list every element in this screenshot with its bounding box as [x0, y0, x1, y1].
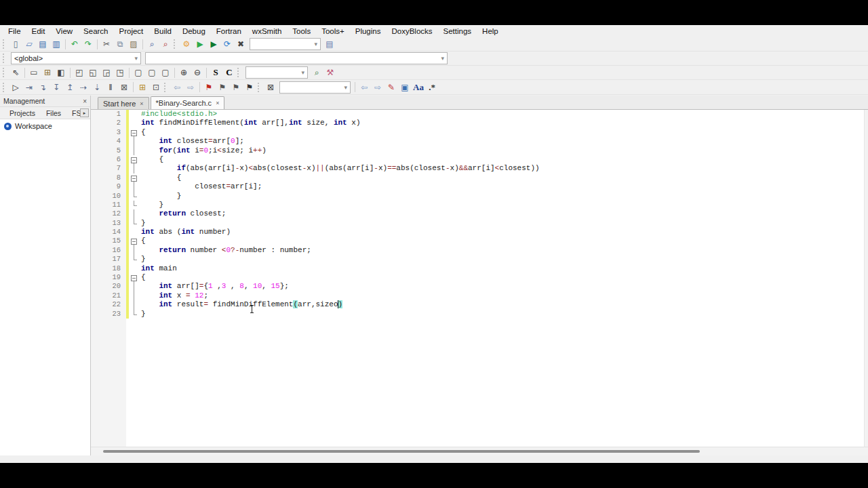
step-out-icon[interactable]: ↥ [64, 81, 76, 93]
code-text[interactable]: } [138, 219, 146, 228]
code-text[interactable]: { [138, 128, 146, 137]
editor-tab--binary-search-c[interactable]: *Binary-Search.c× [151, 96, 225, 109]
previous-bookmark-icon[interactable]: ⚑ [216, 81, 229, 93]
workspace-item[interactable]: Workspace [0, 121, 90, 131]
management-tab-projects[interactable]: Projects [4, 108, 41, 119]
menu-item-tools[interactable]: Tools [287, 26, 316, 37]
rounded-box-2-tool-icon[interactable]: ▢ [146, 67, 158, 79]
toggle-bookmark-icon[interactable]: ⚑ [203, 81, 215, 93]
code-text[interactable]: } [138, 201, 163, 209]
jump-forward-icon[interactable]: ⇨ [184, 81, 197, 93]
find-icon[interactable]: ⌕ [146, 39, 158, 50]
build-target-combo[interactable]: ▾ [250, 38, 321, 50]
regex-toggle-icon[interactable]: .* [426, 81, 438, 93]
debug-continue-icon[interactable]: ▷ [9, 81, 22, 93]
undo-icon[interactable]: ↶ [68, 39, 81, 50]
align-left-tool-icon[interactable]: ◲ [100, 67, 113, 79]
symbol-combo[interactable]: ▾ [145, 52, 448, 64]
open-file-icon[interactable]: ▱ [23, 39, 35, 50]
code-text[interactable]: int arr[]={1 ,3 , 8, 10, 15}; [138, 282, 289, 291]
run-icon[interactable]: ▶ [194, 39, 206, 50]
code-text[interactable]: } [138, 192, 181, 201]
menu-item-file[interactable]: File [3, 26, 26, 37]
fold-toggle-icon[interactable] [129, 128, 138, 137]
swap-source-button-icon[interactable]: S [210, 67, 222, 79]
align-top-tool-icon[interactable]: ◰ [73, 67, 85, 79]
code-text[interactable]: return closest; [138, 209, 226, 218]
clear-bookmarks-icon[interactable]: ⚑ [243, 81, 256, 93]
fold-toggle-icon[interactable] [129, 273, 138, 282]
zoom-out-icon[interactable]: ⊖ [191, 67, 203, 79]
highlight-matches-icon[interactable]: ✎ [385, 81, 397, 93]
next-instruction-icon[interactable]: ⇢ [77, 81, 90, 93]
code-text[interactable]: int x = 12; [138, 291, 208, 300]
replace-icon[interactable]: ⌕ [159, 39, 172, 50]
menu-item-wxsmith[interactable]: wxSmith [247, 26, 287, 37]
align-right-tool-icon[interactable]: ◳ [114, 67, 126, 79]
code-text[interactable]: { [138, 155, 163, 164]
step-into-instruction-icon[interactable]: ⇣ [91, 81, 103, 93]
stop-debugger-icon[interactable]: ⊠ [118, 81, 130, 93]
search-combo[interactable]: ▾ [245, 66, 308, 79]
code-text[interactable]: { [138, 237, 146, 245]
jump-back-icon[interactable]: ⇦ [171, 81, 183, 93]
build-and-run-icon[interactable]: ▶ [208, 39, 220, 50]
grid-sizer-tool-icon[interactable]: ⊞ [41, 67, 54, 79]
build-icon[interactable]: ⚙ [180, 39, 193, 50]
new-file-icon[interactable]: ▯ [9, 39, 22, 50]
settings-wrench-icon[interactable]: ⚒ [324, 67, 336, 79]
code-editor[interactable]: 1#include<stdio.h>2int findMinDiffElemen… [91, 110, 868, 455]
menu-item-build[interactable]: Build [149, 26, 177, 37]
incremental-clear-icon[interactable]: ⊠ [264, 81, 277, 93]
abort-build-icon[interactable]: ✖ [235, 39, 247, 50]
code-text[interactable]: } [138, 255, 146, 264]
rebuild-icon[interactable]: ⟳ [221, 39, 233, 50]
select-matches-icon[interactable]: ▣ [399, 81, 411, 93]
fold-toggle-icon[interactable] [129, 237, 138, 245]
code-text[interactable]: int main [138, 264, 177, 273]
various-info-icon[interactable]: ⊡ [150, 81, 162, 93]
close-icon[interactable]: × [83, 98, 87, 105]
panel-tool-icon[interactable]: ◧ [55, 67, 67, 79]
match-case-icon[interactable]: Aa [412, 81, 425, 93]
next-result-icon[interactable]: ⇨ [372, 81, 384, 93]
menu-item-search[interactable]: Search [78, 26, 113, 37]
break-debugger-icon[interactable]: ‖ [104, 81, 117, 93]
menu-item-plugins[interactable]: Plugins [350, 26, 387, 37]
code-text[interactable]: return number <0?-number : number; [138, 246, 311, 255]
horizontal-scrollbar[interactable] [91, 447, 868, 455]
menu-item-toolsplus[interactable]: Tools+ [316, 26, 350, 37]
tab-scroll-button[interactable]: ▸ [80, 108, 89, 117]
vertical-scrollbar[interactable] [864, 110, 868, 447]
rounded-box-3-tool-icon[interactable]: ▢ [159, 67, 172, 79]
previous-result-icon[interactable]: ⇦ [358, 81, 370, 93]
menu-item-edit[interactable]: Edit [26, 26, 51, 37]
incremental-search-combo[interactable]: ▾ [279, 81, 351, 94]
menu-item-debug[interactable]: Debug [177, 26, 211, 37]
menu-item-fortran[interactable]: Fortran [211, 26, 247, 37]
menu-item-view[interactable]: View [50, 26, 78, 37]
zoom-in-icon[interactable]: ⊕ [178, 67, 190, 79]
scrollbar-thumb[interactable] [103, 450, 700, 453]
fold-toggle-icon[interactable] [129, 155, 138, 164]
scope-combo[interactable]: <global>▾ [11, 52, 141, 64]
code-text[interactable]: int closest=arr[0]; [138, 137, 244, 146]
code-text[interactable]: int result= findMinDiffElement(arr,sizeo… [138, 300, 342, 309]
code-text[interactable]: } [138, 310, 146, 319]
code-text[interactable]: closest=arr[i]; [138, 182, 262, 191]
run-to-cursor-icon[interactable]: ⇥ [23, 81, 35, 93]
editor-tab-start-here[interactable]: Start here× [98, 97, 149, 109]
code-text[interactable]: #include<stdio.h> [138, 110, 217, 119]
cut-icon[interactable]: ✂ [100, 39, 113, 50]
align-bottom-tool-icon[interactable]: ◱ [87, 67, 99, 79]
pointer-tool-icon[interactable]: ⇖ [9, 67, 22, 79]
step-into-icon[interactable]: ↧ [50, 81, 62, 93]
menu-item-project[interactable]: Project [114, 26, 149, 37]
debugging-windows-icon[interactable]: ⊞ [136, 81, 149, 93]
management-tab-files[interactable]: Files [41, 108, 66, 119]
tab-close-icon[interactable]: × [140, 100, 143, 107]
swap-header-button-icon[interactable]: C [223, 67, 235, 79]
next-bookmark-icon[interactable]: ⚑ [230, 81, 242, 93]
save-icon[interactable]: ▤ [37, 39, 49, 50]
save-all-icon[interactable]: ▥ [50, 39, 62, 50]
